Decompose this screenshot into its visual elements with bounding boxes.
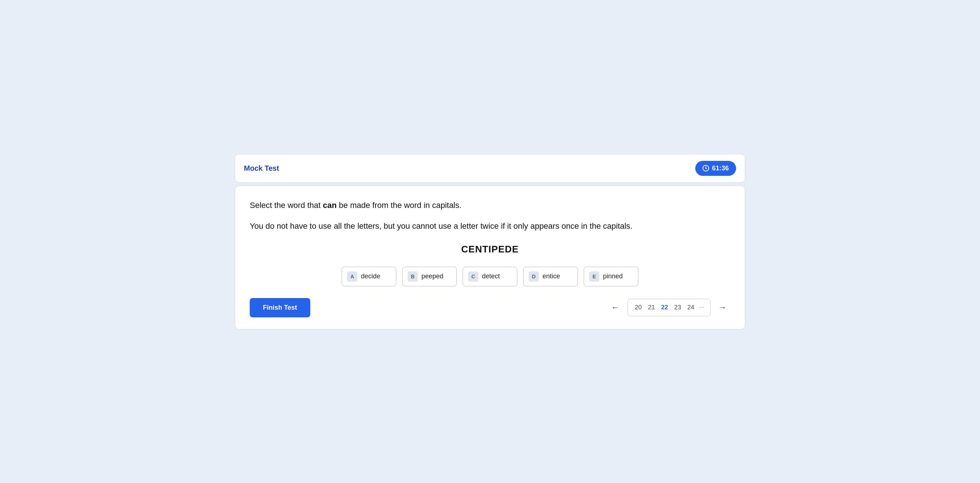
pagination-dots: ···	[698, 304, 706, 311]
option-text-e: pinned	[603, 273, 623, 280]
option-text-a: decide	[361, 273, 380, 280]
clock-icon	[703, 165, 709, 171]
footer-row: Finish Test ← 2021222324··· →	[250, 298, 730, 317]
header-bar: Mock Test 61:36	[235, 154, 745, 183]
option-letter-e: E	[589, 271, 600, 282]
option-item-c[interactable]: Cdetect	[463, 267, 517, 286]
finish-test-button[interactable]: Finish Test	[250, 298, 310, 317]
option-item-a[interactable]: Adecide	[342, 267, 396, 286]
sub-instruction: You do not have to use all the letters, …	[250, 220, 730, 232]
option-text-b: peeped	[422, 273, 443, 280]
option-text-c: detect	[482, 273, 500, 280]
option-letter-b: B	[407, 271, 418, 282]
options-row: AdecideBpeepedCdetectDenticeEpinned	[250, 267, 730, 286]
pagination-area: ← 2021222324··· →	[608, 299, 730, 316]
page-num-20[interactable]: 20	[632, 301, 644, 314]
page-num-21[interactable]: 21	[645, 301, 658, 314]
option-letter-d: D	[529, 271, 539, 282]
option-item-d[interactable]: Dentice	[523, 267, 578, 286]
question-panel: Select the word that can be made from th…	[235, 186, 745, 329]
instruction-text: Select the word that can be made from th…	[250, 199, 730, 211]
option-item-b[interactable]: Bpeeped	[402, 267, 457, 286]
main-container: Mock Test 61:36 Select the word that can…	[235, 154, 745, 329]
timer-value: 61:36	[712, 164, 729, 172]
option-text-d: entice	[542, 273, 560, 280]
next-page-button[interactable]: →	[715, 301, 730, 314]
instruction-bold: can	[323, 201, 337, 210]
page-num-23[interactable]: 23	[671, 301, 684, 314]
page-num-22[interactable]: 22	[659, 301, 671, 314]
pagination-numbers: 2021222324···	[627, 299, 711, 316]
prev-page-button[interactable]: ←	[608, 301, 623, 314]
page-num-24[interactable]: 24	[685, 301, 697, 314]
capital-word: CENTIPEDE	[250, 244, 730, 255]
instruction-part2: be made from the word in capitals.	[337, 201, 461, 210]
timer-badge: 61:36	[695, 161, 736, 176]
mock-test-title: Mock Test	[244, 164, 279, 172]
option-item-e[interactable]: Epinned	[584, 267, 638, 286]
instruction-part1: Select the word that	[250, 201, 323, 210]
option-letter-c: C	[468, 271, 478, 282]
option-letter-a: A	[347, 271, 357, 282]
